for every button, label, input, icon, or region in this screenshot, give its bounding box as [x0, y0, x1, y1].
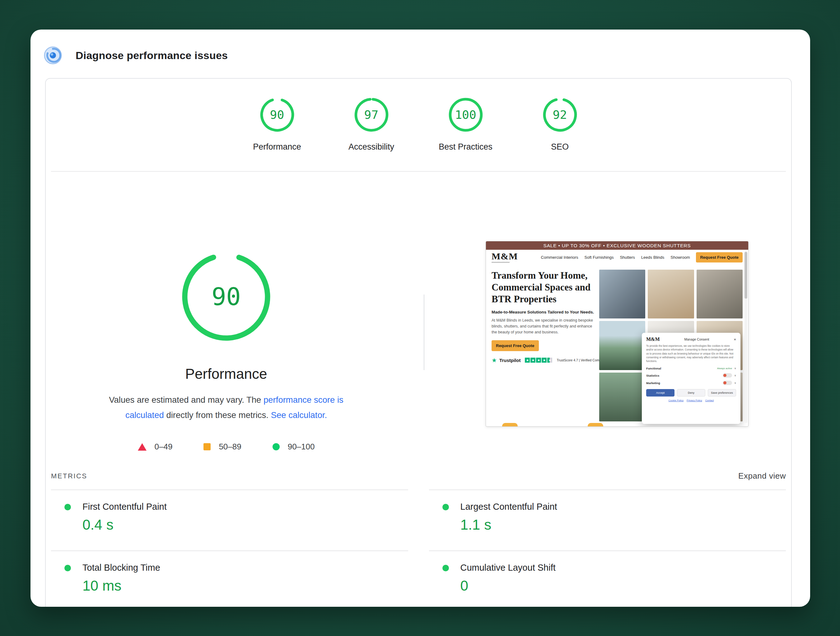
performance-score: 90 — [259, 96, 296, 133]
consent-header: M&M Manage Consent × — [646, 336, 736, 342]
chevron-down-icon: ∨ — [734, 367, 736, 370]
performance-gauge: 90 — [259, 96, 296, 133]
accept-button: Accept — [646, 389, 674, 396]
always-active-label: Always active — [717, 367, 732, 370]
accessibility-gauge: 97 — [353, 96, 390, 133]
disclaimer-text-1: Values are estimated and may vary. The — [109, 395, 264, 405]
site-body: Transform Your Home, Commercial Spaces a… — [486, 265, 748, 426]
photo-river-panorama — [599, 372, 645, 421]
seo-gauge: 92 — [542, 96, 579, 133]
score-seo[interactable]: 92 SEO — [513, 96, 607, 152]
legend-fail-range: 0–49 — [155, 442, 173, 451]
main-performance-title: Performance — [117, 365, 335, 382]
performance-label: Performance — [253, 142, 301, 152]
green-dot-icon — [442, 565, 449, 571]
consent-title: Manage Consent — [660, 338, 734, 341]
legend-average: 50–89 — [204, 442, 241, 451]
metric-fcp: First Contentful Paint 0.4 s — [51, 489, 408, 551]
metric-value: 10 ms — [82, 578, 408, 593]
metric-name: Total Blocking Time — [82, 562, 408, 573]
site-logo-tagline — [491, 262, 510, 263]
legend-fail: 0–49 — [138, 442, 173, 451]
photo-bedroom-blue — [599, 270, 645, 319]
carousel-pill — [588, 423, 603, 427]
score-best-practices[interactable]: 100 Best Practices — [418, 96, 513, 152]
best-practices-label: Best Practices — [439, 142, 493, 152]
site-quote-button: Request Free Quote — [696, 252, 743, 262]
star-icon: ★ — [542, 358, 546, 363]
metric-name: First Contentful Paint — [82, 501, 408, 512]
trustpilot-star-icon: ★ — [491, 357, 497, 363]
contact-link: Contact — [705, 399, 714, 402]
site-nav-item: Commercial Interiors — [541, 255, 578, 260]
accessibility-score: 97 — [353, 96, 390, 133]
green-circle-icon — [273, 443, 280, 450]
star-icon: ★ — [525, 358, 530, 363]
photo-city-river — [599, 321, 645, 370]
score-accessibility[interactable]: 97 Accessibility — [324, 96, 418, 152]
score-legend: 0–49 50–89 90–100 — [92, 442, 360, 451]
main-performance-score: 90 — [180, 250, 273, 343]
legend-average-range: 50–89 — [219, 442, 241, 451]
consent-statistics-label: Statistics — [646, 374, 659, 377]
scores-divider — [51, 171, 786, 172]
card-header: Diagnose performance issues — [44, 46, 228, 65]
site-hero-subheading: Made-to-Measure Solutions Tailored to Yo… — [491, 310, 594, 314]
consent-logo: M&M — [646, 336, 660, 342]
half-star-icon: ★ — [547, 358, 552, 363]
metric-name: Largest Contentful Paint — [461, 501, 786, 512]
site-nav-item: Soft Furnishings — [584, 255, 614, 260]
site-sale-banner: SALE • UP TO 30% OFF • EXCLUSIVE WOODEN … — [486, 241, 748, 250]
main-performance-gauge: 90 — [180, 250, 273, 343]
metrics-grid: First Contentful Paint 0.4 s Largest Con… — [46, 489, 791, 607]
consent-marketing-label: Marketing — [646, 381, 660, 385]
trustpilot-stars: ★★★★★ — [525, 358, 552, 363]
metrics-heading: METRICS — [51, 472, 87, 480]
metric-name: Cumulative Layout Shift — [461, 562, 786, 573]
best-practices-score: 100 — [447, 96, 485, 133]
save-preferences-button: Save preferences — [708, 389, 736, 396]
metric-value: 0 — [461, 578, 786, 593]
close-icon: × — [734, 337, 736, 342]
privacy-policy-link: Privacy Policy — [687, 399, 702, 402]
site-nav-item: Shutters — [620, 255, 635, 260]
site-logo: M&M — [491, 252, 518, 261]
score-performance[interactable]: 90 Performance — [230, 96, 324, 152]
site-hero-heading: Transform Your Home, Commercial Spaces a… — [491, 270, 594, 305]
site-hero-cta-button: Request Free Quote — [491, 340, 539, 351]
page-title: Diagnose performance issues — [76, 49, 228, 62]
green-dot-icon — [65, 504, 71, 510]
consent-row-functional: Functional Always active ∨ — [646, 365, 736, 372]
trustpilot-brand: Trustpilot — [499, 358, 521, 363]
photo-drapes-dark — [696, 270, 743, 319]
column-divider — [424, 295, 424, 370]
chevron-down-icon: ∨ — [734, 374, 736, 377]
expand-view-button[interactable]: Expand view — [738, 471, 786, 481]
site-nav: Commercial Interiors Soft Furnishings Sh… — [541, 255, 690, 260]
metric-value: 0.4 s — [82, 517, 408, 532]
green-dot-icon — [442, 504, 449, 510]
metric-value: 1.1 s — [461, 517, 786, 532]
site-logo-block: M&M — [491, 252, 518, 263]
star-icon: ★ — [531, 358, 535, 363]
photo-curtains-beige — [648, 270, 694, 319]
see-calculator-link[interactable]: See calculator. — [271, 410, 327, 420]
deny-button: Deny — [677, 389, 705, 396]
accessibility-label: Accessibility — [349, 142, 394, 152]
metric-tbt: Total Blocking Time 10 ms — [51, 551, 408, 607]
consent-row-statistics: Statistics ∨ — [646, 372, 736, 379]
report-panel: 90 Performance 97 Accessibility — [45, 78, 792, 607]
orange-square-icon — [204, 443, 211, 450]
carousel-pill — [502, 423, 518, 427]
pagespeed-logo-icon — [44, 46, 62, 65]
consent-row-marketing: Marketing ∨ — [646, 379, 736, 387]
site-screenshot-preview: SALE • UP TO 30% OFF • EXCLUSIVE WOODEN … — [486, 241, 748, 427]
consent-buttons: Accept Deny Save preferences — [646, 389, 736, 396]
site-hero-paragraph: At M&M Blinds in Leeds, we specialise in… — [491, 317, 594, 335]
seo-label: SEO — [551, 142, 569, 152]
consent-body-text: To provide the best experiences, we use … — [646, 344, 736, 363]
best-practices-gauge: 100 — [447, 96, 485, 133]
marketing-toggle — [723, 381, 732, 385]
chevron-down-icon: ∨ — [734, 382, 736, 384]
consent-links: Cookie PolicyPrivacy PolicyContact — [646, 399, 736, 402]
